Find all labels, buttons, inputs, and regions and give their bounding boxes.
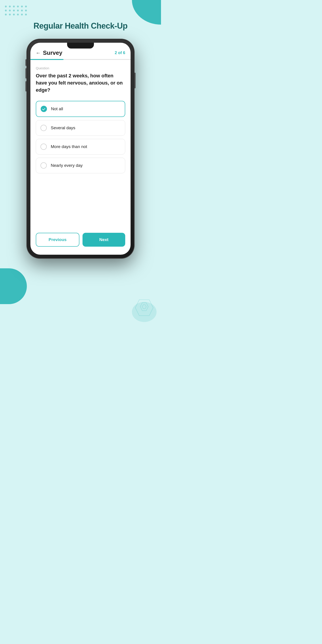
phone-mockup: ← Survey 2 of 6 Question Over the past 2… bbox=[27, 39, 134, 258]
option-not-all[interactable]: Not all bbox=[36, 101, 125, 117]
question-label: Question bbox=[36, 66, 125, 70]
survey-header: ← Survey 2 of 6 bbox=[30, 50, 130, 59]
page-title: Regular Health Check-Up bbox=[0, 21, 161, 31]
option-several-days-label: Several days bbox=[51, 126, 75, 130]
survey-title: Survey bbox=[43, 50, 115, 56]
option-more-days[interactable]: More days than not bbox=[36, 139, 125, 154]
dots-decoration bbox=[5, 6, 27, 16]
radio-not-all bbox=[41, 106, 47, 112]
option-not-all-label: Not all bbox=[51, 106, 63, 111]
phone-shell: ← Survey 2 of 6 Question Over the past 2… bbox=[27, 39, 134, 258]
phone-power-button bbox=[134, 73, 136, 88]
phone-vol-up-button bbox=[26, 68, 26, 78]
radio-more-days bbox=[40, 144, 47, 150]
options-area: Not all Several days More days than not … bbox=[30, 94, 130, 228]
bottom-buttons: Previous Next bbox=[30, 228, 130, 255]
hex-decoration bbox=[134, 299, 154, 318]
back-button[interactable]: ← bbox=[36, 50, 41, 56]
blob-bottom-left bbox=[0, 268, 27, 304]
back-arrow-icon: ← bbox=[36, 50, 41, 56]
radio-several-days bbox=[40, 125, 47, 131]
phone-notch bbox=[67, 43, 94, 48]
option-several-days[interactable]: Several days bbox=[36, 120, 125, 136]
blob-top-right bbox=[132, 0, 161, 24]
screen-content: ← Survey 2 of 6 Question Over the past 2… bbox=[30, 43, 130, 255]
progress-label: 2 of 6 bbox=[115, 50, 125, 55]
svg-marker-0 bbox=[135, 300, 153, 316]
previous-button[interactable]: Previous bbox=[36, 233, 80, 247]
svg-marker-1 bbox=[140, 303, 148, 311]
question-text: Over the past 2 weeks, how often have yo… bbox=[36, 72, 125, 94]
option-more-days-label: More days than not bbox=[51, 144, 87, 149]
next-button[interactable]: Next bbox=[82, 233, 125, 247]
phone-vol-down-button bbox=[26, 81, 26, 92]
question-area: Question Over the past 2 weeks, how ofte… bbox=[30, 60, 130, 94]
phone-silent-button bbox=[26, 59, 26, 66]
phone-screen: ← Survey 2 of 6 Question Over the past 2… bbox=[30, 43, 130, 255]
radio-nearly-every-day bbox=[40, 162, 47, 168]
option-nearly-every-day-label: Nearly every day bbox=[51, 163, 83, 168]
option-nearly-every-day[interactable]: Nearly every day bbox=[36, 158, 125, 173]
svg-marker-2 bbox=[142, 305, 146, 309]
